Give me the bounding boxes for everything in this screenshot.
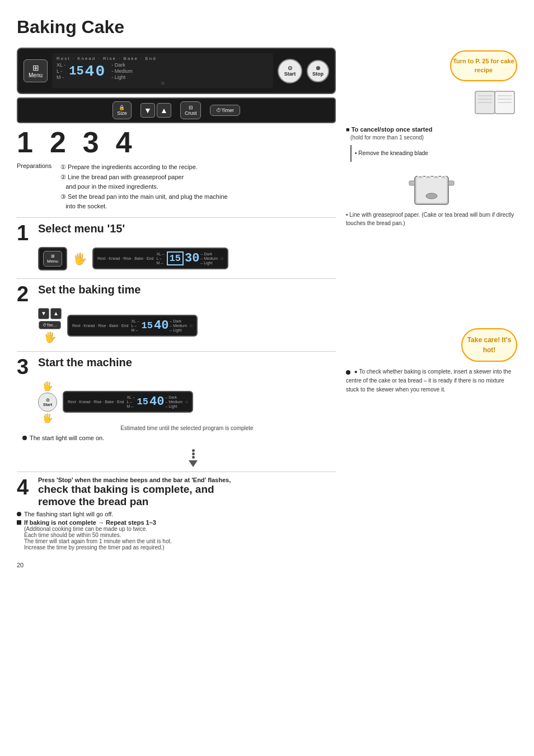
time-minutes-display: 40 <box>85 63 106 80</box>
size-col: XL - L - M - <box>57 62 65 80</box>
step1-controls: ⊞ Menu 🖐 Rest · Knead · Rise · Bake · En… <box>38 247 336 270</box>
pan-note: • Line with greaseproof paper. (Cake or … <box>346 211 517 227</box>
step3-display-panel: Rest · Knead · Rise · Bake · End XL – L … <box>63 391 193 413</box>
up-arrow-button[interactable]: ▲ <box>157 103 171 118</box>
step1-menu-num: 15 <box>167 251 184 265</box>
start-light-note: The start light will come on. <box>22 435 336 441</box>
step4-section: 4 Press 'Stop' when the machine beeps an… <box>17 477 336 550</box>
step1-display-panel: Rest · Knead · Rise · Bake · End XL – L … <box>92 248 228 269</box>
estimated-note: Estimated time until the selected progra… <box>38 425 336 431</box>
steps-overview-row: 1 2 3 4 <box>17 128 336 157</box>
step1-number: 1 <box>17 222 34 244</box>
step2-steps-label: Rest · Knead · Rise · Bake · End <box>72 324 128 328</box>
hand-icon-step2: 🖐 <box>44 331 56 343</box>
preparations-label: Preparations <box>17 162 56 212</box>
menu-button[interactable]: ⊞ Menu <box>24 59 48 82</box>
left-column: ⊞ Menu Rest · Knead · Rise · Bake · End … <box>17 48 336 568</box>
callout-top: Turn to P. 25 for cake recipe <box>450 50 517 81</box>
hand-icon-step1: 🖐 <box>73 252 87 265</box>
step2-timer-btn[interactable]: ⏱Tim… <box>39 321 60 329</box>
mini-menu-icon: ⊞ <box>51 254 55 259</box>
step2-time-num: 40 <box>154 319 168 333</box>
step3-start-btn[interactable]: ⊙ Start <box>38 393 57 412</box>
step4-bullet1: The flashing start light will go off. <box>17 511 336 517</box>
svg-rect-12 <box>448 181 454 185</box>
arrow-down-icon <box>189 460 198 467</box>
svg-point-13 <box>426 193 437 199</box>
main-machine-panel: ⊞ Menu Rest · Knead · Rise · Bake · End … <box>17 48 336 94</box>
step3-start-icon: ⊙ <box>46 398 50 403</box>
steps-label: Rest · Knead · Rise · Bake · End <box>57 56 269 61</box>
stop-note-detail: (hold for more than 1 second) <box>350 134 517 141</box>
blade-note: • Remove the kneading blade <box>355 150 428 156</box>
stop-icon: ⊗ <box>316 65 320 71</box>
menu-icon: ⊞ <box>29 63 43 72</box>
step3-menu-num: 15 <box>137 396 148 407</box>
check-bullet-icon <box>346 370 350 375</box>
step2-down-btn[interactable]: ▼ <box>38 308 49 319</box>
step2-updown: ▼ ▲ <box>38 308 62 319</box>
book-illustration <box>472 86 517 119</box>
step3-number: 3 <box>17 356 34 377</box>
step2-section: 2 Set the baking time ▼ ▲ ⏱Tim… 🖐 Rest ·… <box>17 283 336 343</box>
step1-time-num: 30 <box>185 251 199 265</box>
step4-subtitle: Press 'Stop' when the machine beeps and … <box>38 477 231 483</box>
step3-steps-label: Rest · Knead · Rise · Bake · End <box>68 400 124 404</box>
step1-mini-panel: ⊞ Menu <box>38 247 67 270</box>
step-3-num: 3 <box>83 128 99 157</box>
updown-buttons: ▼ ▲ <box>140 103 171 118</box>
bullet-circle-icon2 <box>17 512 21 516</box>
step-2-num: 2 <box>50 128 66 157</box>
step2-number: 2 <box>17 283 34 305</box>
page-title: Baking Cake <box>17 17 517 38</box>
size-icon: 🔒 <box>119 105 125 110</box>
lcd-icon: ⊟ <box>57 81 269 86</box>
dot1 <box>192 449 195 452</box>
step4-number: 4 <box>17 477 34 498</box>
step1-steps-label: Rest · Knead · Rise · Bake · End <box>97 256 153 260</box>
step3-controls: 🖐 ⊙ Start 🖐 Rest · Knead · Rise · Bake ·… <box>38 381 336 423</box>
page-number: 20 <box>17 562 336 568</box>
dot3 <box>192 456 195 459</box>
step1-menu-btn[interactable]: ⊞ Menu <box>43 251 62 267</box>
hand-icon-step3b: 🖐 <box>42 413 53 423</box>
step3-title: Start the machine <box>38 356 132 369</box>
dot2 <box>192 452 195 455</box>
size-button[interactable]: 🔒 Size <box>113 101 132 119</box>
step2-display-panel: Rest · Knead · Rise · Bake · End XL – L … <box>67 315 198 337</box>
step-1-num: 1 <box>17 128 33 157</box>
bullet-circle-icon <box>22 436 27 440</box>
timer-button[interactable]: ⏱Timer <box>210 105 240 116</box>
shade-options: - Dark - Medium - Light <box>111 62 133 80</box>
take-care-callout: Take care! It's hot! <box>461 328 517 362</box>
step4-square1: If baking is not complete → Repeat steps… <box>17 519 336 550</box>
start-button[interactable]: ⊙ Start <box>278 59 302 83</box>
step4-main-title: check that baking is complete, andremove… <box>38 483 231 508</box>
stop-button[interactable]: ⊗ Stop <box>307 60 329 82</box>
step3-time-num: 40 <box>149 395 164 409</box>
step2-menu-num: 15 <box>142 320 153 331</box>
check-note: ● To check whether baking is complete, i… <box>346 367 517 394</box>
hand-icon-step3a: 🖐 <box>42 381 53 391</box>
time-colon-display: 15 <box>69 64 83 78</box>
step2-up-btn[interactable]: ▲ <box>50 308 62 319</box>
step1-title: Select menu '15' <box>38 222 125 235</box>
step1-section: 1 Select menu '15' ⊞ Menu 🖐 Rest · Knead… <box>17 222 336 270</box>
preparations-items: ① Prepare the ingredients according to t… <box>60 162 228 212</box>
stop-note-title: ■ To cancel/stop once started <box>346 125 517 134</box>
down-arrow-button[interactable]: ▼ <box>140 103 155 118</box>
dots-arrow <box>50 449 336 467</box>
blade-note-row: • Remove the kneading blade <box>346 145 517 162</box>
bread-pan-illustration <box>406 165 457 207</box>
step-4-num: 4 <box>116 128 132 157</box>
right-column: Turn to P. 25 for cake recipe ■ To cance… <box>346 48 517 568</box>
crust-button[interactable]: ⊟ Crust <box>180 101 202 119</box>
step2-title: Set the baking time <box>38 283 140 296</box>
stop-note: ■ To cancel/stop once started (hold for … <box>346 125 517 141</box>
step3-section: 3 Start the machine 🖐 ⊙ Start 🖐 Rest · K… <box>17 356 336 441</box>
crust-icon: ⊟ <box>189 105 193 110</box>
preparations-section: Preparations ① Prepare the ingredients a… <box>17 162 336 212</box>
bullet-square-icon <box>17 520 21 525</box>
blade-line <box>350 145 352 162</box>
step2-controls: ▼ ▲ ⏱Tim… 🖐 Rest · Knead · Rise · Bake ·… <box>38 308 336 343</box>
